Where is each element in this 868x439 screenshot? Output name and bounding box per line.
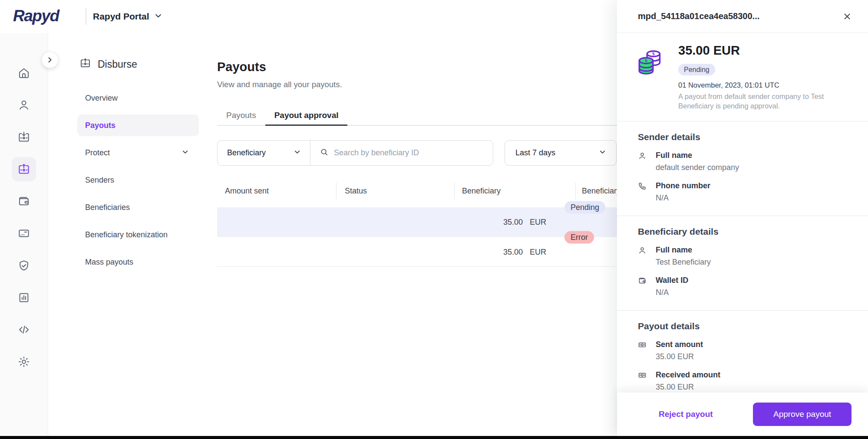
status-badge: Pending [678, 64, 715, 75]
pay-in-icon[interactable] [12, 125, 36, 149]
section-heading: Beneficiary details [638, 226, 847, 237]
cell-currency: EUR [530, 207, 546, 237]
person-icon[interactable] [12, 93, 36, 117]
filter-category-select[interactable]: Beneficiary [218, 141, 310, 165]
section-heading: Payout details [638, 321, 847, 331]
chevron-down-icon [294, 148, 300, 157]
date-range-select[interactable]: Last 7 days [505, 140, 617, 166]
screen-bottom-bar [0, 436, 868, 439]
sender-details-section: Sender details Full name default sender … [617, 121, 868, 216]
sidebar-item-beneficiary-tokenization[interactable]: Beneficiary tokenization [77, 224, 199, 246]
close-icon[interactable] [839, 9, 855, 24]
column-divider [336, 183, 337, 199]
payout-details-section: Payout details Sent amount 35.00 EUR Rec… [617, 311, 868, 405]
table-row-pending[interactable]: 35.00 EUR Pending Test Beneficiary DE [217, 207, 623, 237]
sidebar-item-payouts[interactable]: Payouts [77, 115, 199, 136]
tabs: Payouts Payout approval [217, 106, 347, 126]
disburse-header: Disburse [77, 57, 199, 72]
disburse-sidebar: Disburse Overview Payouts Protect Sender… [77, 57, 199, 278]
wallet-icon[interactable] [12, 189, 36, 213]
cell-amount: 35.00 [471, 207, 523, 237]
tab-payouts[interactable]: Payouts [217, 106, 265, 126]
field-full-name: Full name default sender company [638, 151, 847, 172]
shield-check-icon[interactable] [12, 253, 36, 278]
field-sent-amount: Sent amount 35.00 EUR [638, 340, 847, 361]
payout-details-panel: mpd_54118a01cea4ea58300... $ [617, 0, 868, 439]
phone-icon [638, 182, 647, 190]
sidebar-item-senders[interactable]: Senders [77, 169, 199, 191]
section-heading: Sender details [638, 132, 847, 142]
beneficiary-details-section: Beneficiary details Full name Test Benef… [617, 216, 868, 311]
search-icon [320, 148, 328, 158]
field-phone-number: Phone number N/A [638, 181, 847, 203]
home-icon[interactable] [12, 61, 36, 85]
column-header-amount-sent: Amount sent [225, 181, 269, 200]
banknote-icon [638, 341, 647, 349]
reports-icon[interactable] [12, 285, 36, 310]
column-header-status: Status [345, 181, 367, 200]
payout-id-title: mpd_54118a01cea4ea58300... [638, 11, 759, 21]
panel-header: mpd_54118a01cea4ea58300... [617, 0, 868, 33]
cell-currency: EUR [530, 237, 546, 267]
reject-payout-button[interactable]: Reject payout [659, 410, 713, 419]
card-icon[interactable] [12, 221, 36, 246]
page-subtitle: View and manage all your payouts. [217, 80, 342, 89]
logo-divider [86, 8, 86, 25]
column-header-beneficiary-2: Beneficiary [582, 181, 620, 200]
field-received-amount: Received amount 35.00 EUR [638, 370, 847, 392]
column-divider [575, 183, 576, 199]
banknote-icon [638, 371, 647, 380]
status-badge: Pending [564, 201, 605, 214]
search-input[interactable] [334, 148, 483, 157]
portal-switcher-label: Rapyd Portal [93, 11, 149, 22]
table-row-error[interactable]: 35.00 EUR Error Test Beneficiary DE [217, 237, 623, 267]
coins-icon: $ $ [634, 46, 666, 79]
payout-icon [79, 57, 91, 72]
sidebar-item-beneficiaries[interactable]: Beneficiaries [77, 197, 199, 218]
portal-switcher[interactable]: Rapyd Portal [93, 8, 162, 25]
rapyd-logo: Rapyd [13, 7, 59, 25]
sidebar-item-mass-payouts[interactable]: Mass payouts [77, 251, 199, 273]
cell-amount: 35.00 [471, 237, 523, 267]
chevron-down-icon [599, 148, 606, 157]
approve-payout-button[interactable]: Approve payout [753, 403, 851, 426]
search-filter-group: Beneficiary [217, 140, 493, 166]
field-wallet-id: Wallet ID N/A [638, 276, 847, 297]
developers-icon[interactable] [12, 318, 36, 342]
column-header-beneficiary: Beneficiary [462, 181, 501, 200]
person-icon [638, 246, 647, 255]
chevron-down-icon [155, 11, 162, 22]
panel-footer: Reject payout Approve payout [617, 393, 868, 436]
sidebar-collapse-button[interactable] [42, 52, 58, 68]
payout-amount: 35.00 EUR [678, 43, 857, 58]
sidebar-item-overview[interactable]: Overview [77, 87, 199, 109]
person-icon [638, 151, 647, 160]
field-full-name: Full name Test Beneficiary [638, 246, 847, 267]
settings-icon[interactable] [12, 350, 36, 374]
disburse-title: Disburse [98, 59, 137, 70]
icon-rail [0, 33, 48, 439]
column-divider [454, 183, 455, 199]
status-badge: Error [564, 231, 594, 244]
search-box [310, 141, 493, 165]
tab-payout-approval[interactable]: Payout approval [265, 106, 348, 126]
payout-description: A payout from default sender company to … [678, 92, 857, 111]
payout-icon[interactable] [12, 157, 36, 181]
app-root: Rapyd Rapyd Portal [0, 0, 868, 439]
chevron-down-icon [182, 148, 188, 157]
wallet-icon [638, 276, 647, 285]
payout-summary: $ $ 35.00 EUR Pending 01 November, 2023,… [617, 33, 868, 121]
payout-date: 01 November, 2023, 01:01 UTC [678, 81, 857, 89]
sidebar-item-protect[interactable]: Protect [77, 142, 199, 164]
page-title: Payouts [217, 60, 266, 74]
